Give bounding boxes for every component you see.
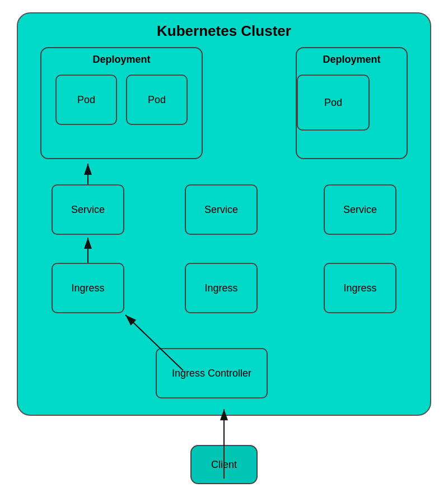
canvas: Kubernetes Cluster Deployment Pod Pod De…: [6, 7, 442, 494]
pod-right-1: Pod: [297, 75, 370, 131]
deployment-right: Deployment Pod: [296, 47, 408, 159]
kubernetes-cluster: Kubernetes Cluster Deployment Pod Pod De…: [17, 12, 431, 416]
deployment-left-label: Deployment: [41, 54, 202, 66]
pod-left-2: Pod: [126, 75, 188, 125]
service-mid: Service: [185, 184, 258, 235]
client-label: Client: [211, 459, 237, 471]
service-mid-label: Service: [204, 204, 238, 216]
deployment-left: Deployment Pod Pod: [40, 47, 203, 159]
ingress-controller: Ingress Controller: [156, 348, 268, 398]
pods-left-container: Pod Pod: [41, 75, 202, 125]
ingress-controller-label: Ingress Controller: [172, 368, 251, 379]
ingress-mid-label: Ingress: [204, 282, 237, 294]
service-left-label: Service: [71, 204, 105, 216]
service-right-label: Service: [343, 204, 377, 216]
client-box: Client: [190, 445, 258, 484]
ingress-left-label: Ingress: [71, 282, 104, 294]
service-left: Service: [52, 184, 124, 235]
ingress-mid: Ingress: [185, 263, 258, 313]
ingress-right-label: Ingress: [343, 282, 376, 294]
pod-left-1: Pod: [55, 75, 117, 125]
ingress-left: Ingress: [52, 263, 124, 313]
ingress-right: Ingress: [324, 263, 396, 313]
deployment-right-label: Deployment: [297, 54, 407, 66]
service-right: Service: [324, 184, 396, 235]
cluster-title: Kubernetes Cluster: [18, 22, 430, 40]
